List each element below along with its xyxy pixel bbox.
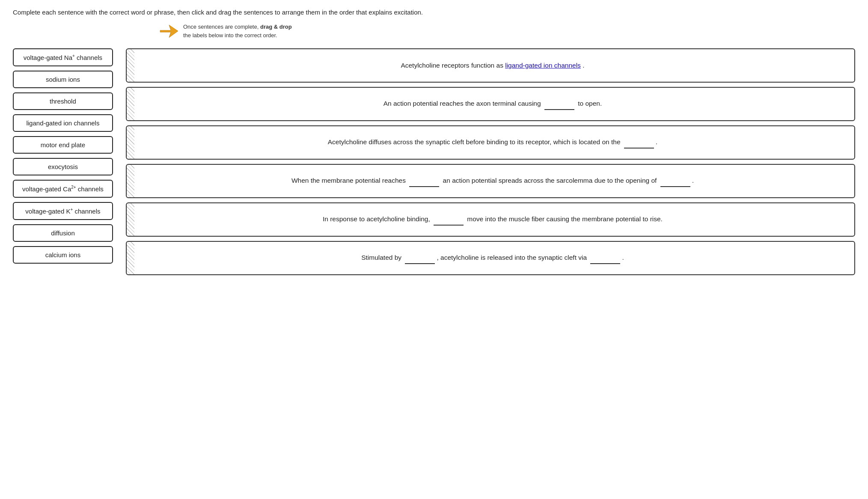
word-tile-w3[interactable]: threshold bbox=[13, 92, 113, 110]
sentences-area: Acetylcholine receptors function as liga… bbox=[126, 48, 855, 275]
svg-marker-0 bbox=[160, 25, 178, 37]
word-tile-w9[interactable]: diffusion bbox=[13, 224, 113, 242]
sentence-card-s4[interactable]: When the membrane potential reaches an a… bbox=[126, 164, 855, 198]
sentence-card-s6[interactable]: Stimulated by , acetylcholine is release… bbox=[126, 241, 855, 275]
blank-field[interactable] bbox=[590, 252, 620, 264]
word-bank: voltage-gated Na+ channelssodium ionsthr… bbox=[13, 48, 113, 264]
word-tile-w4[interactable]: ligand-gated ion channels bbox=[13, 114, 113, 132]
word-tile-w6[interactable]: exocytosis bbox=[13, 158, 113, 175]
word-tile-w5[interactable]: motor end plate bbox=[13, 136, 113, 154]
word-tile-w10[interactable]: calcium ions bbox=[13, 246, 113, 264]
drag-drop-arrow-icon bbox=[158, 23, 180, 40]
word-tile-w7[interactable]: voltage-gated Ca2+ channels bbox=[13, 180, 113, 198]
blank-field[interactable] bbox=[624, 137, 654, 149]
filled-link[interactable]: ligand-gated ion channels bbox=[505, 62, 581, 69]
blank-field[interactable] bbox=[660, 175, 690, 187]
word-tile-w8[interactable]: voltage-gated K+ channels bbox=[13, 202, 113, 220]
blank-field[interactable] bbox=[434, 214, 464, 226]
drag-note: Once sentences are complete, drag & drop… bbox=[183, 23, 292, 39]
blank-field[interactable] bbox=[409, 175, 439, 187]
word-tile-w1[interactable]: voltage-gated Na+ channels bbox=[13, 48, 113, 66]
blank-field[interactable] bbox=[544, 98, 574, 110]
sentence-card-s5[interactable]: In response to acetylcholine binding, mo… bbox=[126, 202, 855, 237]
sentence-card-s2[interactable]: An action potential reaches the axon ter… bbox=[126, 87, 855, 121]
instructions-text: Complete each sentence with the correct … bbox=[13, 9, 855, 16]
blank-field[interactable] bbox=[405, 252, 435, 264]
word-tile-w2[interactable]: sodium ions bbox=[13, 71, 113, 88]
sentence-card-s3[interactable]: Acetylcholine diffuses across the synapt… bbox=[126, 125, 855, 160]
sentence-card-s1[interactable]: Acetylcholine receptors function as liga… bbox=[126, 48, 855, 83]
